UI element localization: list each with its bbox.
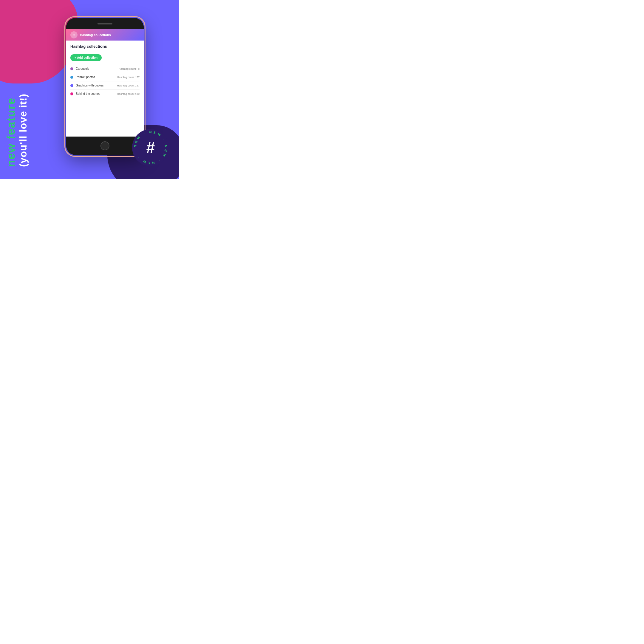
collection-item[interactable]: Graphics with quotes Hashtag count : 27 xyxy=(70,81,140,90)
header-icon: ⊞ xyxy=(73,33,75,37)
collection-list: Carousels Hashtag count : 8 Portrait pho… xyxy=(70,65,140,98)
main-canvas: new feature (you'll love it!) ⊞ Hashtag … xyxy=(0,0,179,179)
collection-item[interactable]: Carousels Hashtag count : 8 xyxy=(70,65,140,73)
collection-left: Behind the scenes xyxy=(70,92,100,95)
section-title: Hashtag collections xyxy=(70,44,140,49)
collection-item[interactable]: Portrait photos Hashtag count : 27 xyxy=(70,73,140,81)
screen-header: ⊞ Hashtag collections xyxy=(66,29,144,41)
header-icon-circle: ⊞ xyxy=(70,31,78,38)
phone-screen: ⊞ Hashtag collections Hashtag collection… xyxy=(66,29,144,137)
screen-body: Hashtag collections + Add collection Car… xyxy=(66,41,144,102)
phone-top-bar xyxy=(66,18,144,29)
collection-count: Hashtag count : 27 xyxy=(117,76,140,79)
screen-header-title: Hashtag collections xyxy=(80,33,111,37)
home-button[interactable] xyxy=(100,141,109,150)
collection-left: Graphics with quotes xyxy=(70,84,103,87)
collection-dot xyxy=(70,92,73,95)
new-badge: NEW · NEW · NEW · NEW · # xyxy=(131,128,170,167)
collection-count: Hashtag count : 27 xyxy=(117,84,140,87)
hashtag-symbol: # xyxy=(146,140,155,155)
collection-name: Graphics with quotes xyxy=(76,84,103,87)
collection-left: Portrait photos xyxy=(70,75,95,79)
phone-speaker xyxy=(97,23,112,24)
collection-dot xyxy=(70,67,73,70)
add-collection-button[interactable]: + Add collection xyxy=(70,54,102,61)
collection-name: Behind the scenes xyxy=(76,92,100,95)
collection-name: Portrait photos xyxy=(76,75,95,79)
collection-dot xyxy=(70,84,73,87)
new-feature-text: new feature xyxy=(5,24,17,167)
left-text-block: new feature (you'll love it!) xyxy=(5,24,28,167)
section-divider xyxy=(70,51,140,51)
collection-item[interactable]: Behind the scenes Hashtag count : 30 xyxy=(70,90,140,98)
you-love-text: (you'll love it!) xyxy=(18,24,28,167)
collection-name: Carousels xyxy=(76,67,89,70)
collection-left: Carousels xyxy=(70,67,89,70)
collection-dot xyxy=(70,76,73,79)
collection-count: Hashtag count : 8 xyxy=(118,67,140,70)
collection-count: Hashtag count : 30 xyxy=(117,92,140,95)
